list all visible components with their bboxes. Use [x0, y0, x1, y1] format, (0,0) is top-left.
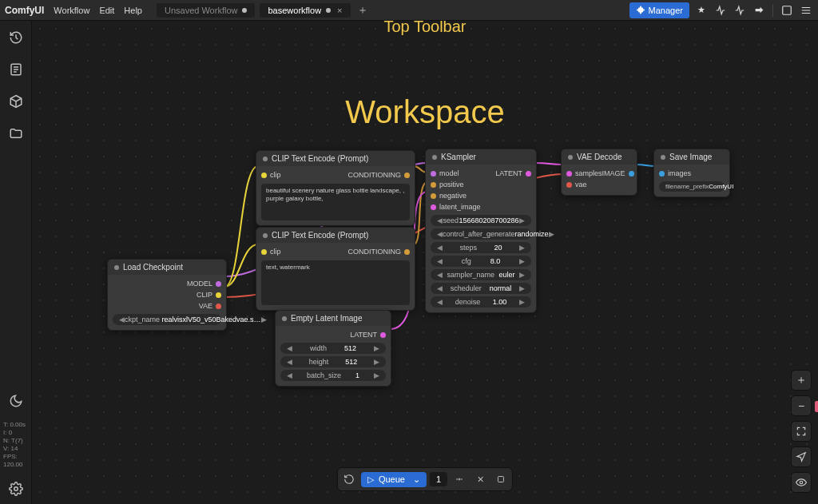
queue-history-icon[interactable] [340, 470, 358, 488]
output-port-conditioning[interactable] [404, 249, 410, 255]
brand-label: ComfyUI [5, 5, 44, 16]
output-port-clip[interactable] [216, 292, 221, 298]
manager-button[interactable]: Manager [629, 2, 689, 18]
top-menubar: ComfyUI Workflow Edit Help Unsaved Workf… [0, 0, 818, 21]
widget-denoise[interactable]: ◀denoise1.00▶ [431, 296, 531, 308]
input-port-negative[interactable] [431, 193, 436, 199]
edge-accent-icon [815, 401, 818, 412]
layout-icon[interactable] [780, 3, 794, 18]
input-port-clip[interactable] [261, 173, 267, 178]
puzzle-icon [636, 5, 645, 16]
share-icon[interactable] [752, 3, 766, 18]
reset-view-alt-icon[interactable] [733, 3, 747, 18]
queue-cancel-icon[interactable]: ✕ [471, 470, 489, 488]
annotation-workspace: Workspace [345, 94, 504, 130]
input-port-model[interactable] [431, 171, 436, 177]
input-port-latent-image[interactable] [431, 204, 436, 210]
left-toolbar: T: 0.00s I: 0 N: T(7) V: 14 FPS: 120.00 [0, 21, 32, 504]
zoom-out-button[interactable]: − [791, 395, 812, 416]
node-ksampler[interactable]: KSampler modelLATENT positive negative l… [425, 149, 537, 313]
queue-run-label: Queue [379, 474, 405, 484]
svg-point-5 [800, 481, 803, 484]
menu-edit[interactable]: Edit [99, 6, 114, 15]
input-port-images[interactable] [659, 171, 665, 177]
output-port-vae[interactable] [216, 304, 221, 309]
output-port-image[interactable] [629, 171, 634, 177]
fit-view-button[interactable] [791, 421, 812, 442]
node-clip-text-encode-positive[interactable]: CLIP Text Encode (Prompt) clip CONDITION… [256, 150, 415, 226]
theme-toggle-icon[interactable] [7, 392, 25, 410]
svg-rect-0 [783, 6, 792, 14]
node-empty-latent-image[interactable]: Empty Latent Image LATENT ◀width512▶ ◀he… [275, 310, 391, 387]
hamburger-icon[interactable] [799, 3, 813, 18]
widget-scheduler[interactable]: ◀schedulernormal▶ [431, 283, 531, 294]
navigate-button[interactable] [791, 446, 812, 467]
tab-label: Unsaved Workflow [165, 6, 238, 15]
workspace-canvas[interactable]: Top Toolbar Workspace Load Checkpoint MO… [32, 21, 818, 504]
folder-icon[interactable] [7, 125, 25, 142]
widget-filename-prefix[interactable]: filename_prefixComfyUI [659, 181, 725, 192]
queue-clear-icon[interactable] [492, 470, 510, 488]
node-title: CLIP Text Encode (Prompt) [272, 231, 368, 240]
widget-batch-size[interactable]: ◀batch_size1▶ [280, 370, 386, 381]
svg-point-2 [14, 487, 18, 491]
queue-toolbar: ▷ Queue ⌄ 1 ✕ [337, 467, 513, 491]
notes-icon[interactable] [7, 61, 25, 78]
node-title: VAE Decode [577, 153, 622, 161]
widget-seed[interactable]: ◀seed156680208700286▶ [431, 215, 531, 226]
queue-run-button[interactable]: ▷ Queue ⌄ [361, 472, 427, 487]
output-port-conditioning[interactable] [404, 173, 410, 178]
node-vae-decode[interactable]: VAE Decode samplesIMAGE vae [561, 149, 637, 196]
reset-view-icon[interactable] [713, 3, 728, 18]
node-title: KSampler [441, 153, 476, 161]
settings-icon[interactable] [7, 480, 25, 498]
input-port-samples[interactable] [566, 171, 572, 177]
node-clip-text-encode-negative[interactable]: CLIP Text Encode (Prompt) clip CONDITION… [256, 227, 415, 311]
prompt-textarea[interactable]: beautiful scenery nature glass bottle la… [261, 184, 410, 220]
svg-rect-4 [498, 477, 504, 482]
widget-sampler-name[interactable]: ◀sampler_nameeuler▶ [431, 269, 531, 280]
widget-width[interactable]: ◀width512▶ [280, 343, 386, 354]
node-title: Save Image [669, 153, 712, 161]
widget-control-after-generate[interactable]: ◀control_after_generaterandomize▶ [431, 228, 531, 240]
output-port-latent[interactable] [526, 171, 531, 177]
node-title: CLIP Text Encode (Prompt) [272, 154, 368, 163]
tab-baseworkflow[interactable]: baseworkflow × [260, 3, 350, 18]
input-port-vae[interactable] [566, 182, 572, 188]
widget-ckpt-name[interactable]: ◀ ckpt_name realvisxlV50_v50Bakedvae.s… … [113, 314, 221, 325]
widget-cfg[interactable]: ◀cfg8.0▶ [431, 256, 531, 267]
output-port-model[interactable] [216, 281, 221, 287]
node-title: Load Checkpoint [123, 263, 183, 272]
node-save-image[interactable]: Save Image images filename_prefixComfyUI [653, 149, 730, 197]
input-port-clip[interactable] [261, 249, 267, 255]
tab-unsaved-workflow[interactable]: Unsaved Workflow [157, 3, 256, 18]
widget-height[interactable]: ◀height512▶ [280, 356, 386, 367]
toggle-visibility-button[interactable] [791, 472, 812, 493]
input-port-positive[interactable] [431, 182, 436, 188]
tab-label: baseworkflow [268, 6, 321, 15]
zoom-in-button[interactable]: ＋ [791, 370, 812, 391]
perf-stats: T: 0.00s I: 0 N: T(7) V: 14 FPS: 120.00 [0, 421, 31, 469]
svg-point-3 [459, 478, 460, 480]
queue-step-icon[interactable] [451, 470, 468, 488]
annotation-top-toolbar: Top Toolbar [383, 21, 466, 36]
chevron-down-icon[interactable]: ⌄ [413, 474, 420, 485]
manager-label: Manager [649, 6, 683, 15]
node-title: Empty Latent Image [291, 314, 363, 323]
new-tab-button[interactable]: ＋ [357, 3, 368, 18]
menu-workflow[interactable]: Workflow [54, 6, 89, 15]
menu-help[interactable]: Help [124, 6, 142, 15]
history-icon[interactable] [7, 29, 25, 46]
widget-steps[interactable]: ◀steps20▶ [431, 242, 531, 253]
prompt-textarea[interactable]: text, watermark [261, 260, 410, 305]
tab-close-icon[interactable]: × [337, 6, 342, 15]
tab-dirty-dot-icon [242, 8, 247, 13]
tab-dirty-dot-icon [326, 8, 331, 13]
star-icon[interactable]: ★ [694, 3, 709, 18]
output-port-latent[interactable] [380, 332, 386, 338]
queue-count-input[interactable]: 1 [430, 472, 447, 486]
canvas-tools: ＋ − [791, 370, 812, 493]
node-load-checkpoint[interactable]: Load Checkpoint MODEL CLIP VAE ◀ ckpt_na… [107, 259, 227, 331]
play-icon: ▷ [367, 474, 374, 485]
models-icon[interactable] [7, 93, 25, 110]
